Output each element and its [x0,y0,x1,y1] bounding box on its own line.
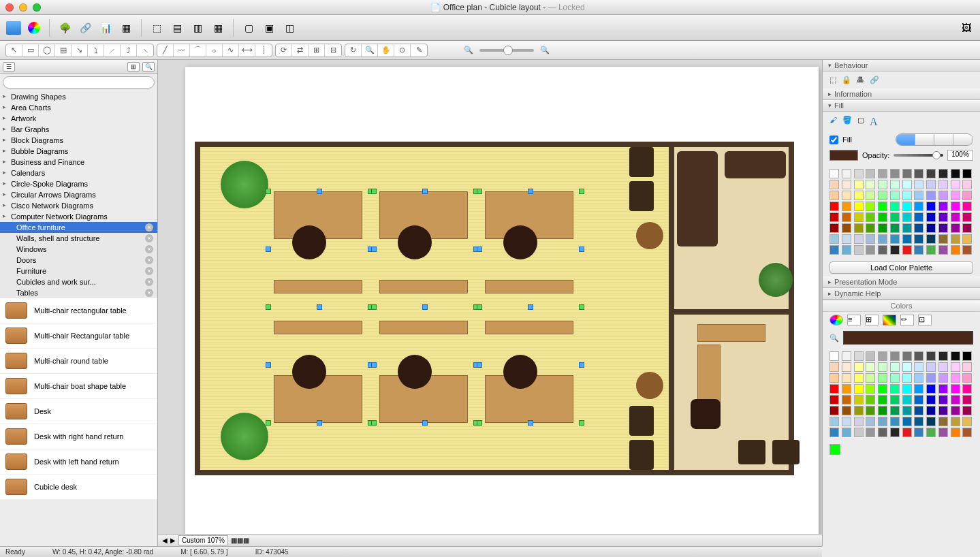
color-swatch[interactable] [854,428,864,437]
color-swatch[interactable] [866,395,875,404]
shadow-tab-icon[interactable]: ▢ [857,116,864,128]
dynamic-help-panel-header[interactable]: Dynamic Help [823,288,980,300]
close-icon[interactable]: × [145,278,153,286]
color-swatch[interactable] [866,169,875,178]
color-swatch[interactable] [842,406,851,415]
color-swatch[interactable] [854,223,864,233]
color-swatch[interactable] [951,191,960,200]
layer-tool-2-icon[interactable]: ▣ [261,20,277,36]
close-icon[interactable]: × [145,289,153,297]
color-swatch[interactable] [878,417,887,426]
library-category[interactable]: Bar Graphs [0,124,157,135]
library-subcategory[interactable]: Tables× [0,287,157,298]
color-swatch[interactable] [878,351,887,361]
color-swatch[interactable] [951,245,960,255]
color-swatch[interactable] [902,384,912,394]
color-swatch[interactable] [842,384,851,394]
line-tool[interactable]: ╱ [157,44,174,57]
color-swatch[interactable] [890,191,900,200]
color-swatch[interactable] [890,223,900,233]
plant-shape[interactable] [221,161,268,208]
eyedropper-tool[interactable]: ✎ [411,44,427,57]
color-swatch[interactable] [914,245,923,255]
color-swatch[interactable] [926,234,936,244]
color-swatch[interactable] [854,212,864,222]
library-subcategory[interactable]: Office furniture× [0,222,157,233]
page-thumbs-icon[interactable]: ▦▦▦ [231,537,249,544]
custom-picker-icon[interactable]: ⊡ [918,315,932,325]
layer-tool-3-icon[interactable]: ◫ [281,20,298,36]
guest-chair-shape[interactable] [772,440,800,464]
color-swatch[interactable] [878,373,887,383]
connector-3-tool[interactable]: ⟋ [104,44,121,57]
guide-tool[interactable]: ┊ [255,44,272,57]
connector-1-tool[interactable]: ↘ [72,44,88,57]
color-swatch[interactable] [890,180,900,189]
color-swatch[interactable] [938,180,948,189]
zoom-window-button[interactable] [33,3,41,12]
color-swatch[interactable] [842,180,851,189]
color-swatch[interactable] [938,245,948,255]
group-tool-icon[interactable]: ▦ [118,20,134,36]
library-subcategory[interactable]: Doors× [0,255,157,266]
color-swatch[interactable] [842,373,851,383]
color-swatch[interactable] [938,362,948,372]
color-swatch[interactable] [962,417,972,426]
load-palette-button[interactable]: Load Color Palette [829,261,973,274]
color-swatch[interactable] [926,428,936,437]
color-swatch[interactable] [842,212,851,222]
color-swatch[interactable] [842,191,851,200]
wheel-picker-icon[interactable] [829,315,843,325]
color-swatch[interactable] [938,428,948,437]
color-swatch[interactable] [938,234,948,244]
color-swatch[interactable] [914,384,923,394]
color-swatch[interactable] [962,169,972,178]
color-swatch[interactable] [854,406,864,415]
color-swatch[interactable] [829,180,839,189]
connector-2-tool[interactable]: ⤵ [88,44,104,57]
plant-shape[interactable] [759,263,793,297]
color-swatch[interactable] [914,202,923,211]
shape-item[interactable]: Multi-chair Rectangular table [0,323,157,349]
layer-tool-1-icon[interactable]: ▢ [240,20,257,36]
color-swatch[interactable] [890,169,900,178]
color-swatch[interactable] [962,180,972,189]
library-category[interactable]: Computer Network Diagrams [0,211,157,222]
minimize-window-button[interactable] [19,3,27,12]
color-swatch[interactable] [914,180,923,189]
color-swatch[interactable] [842,245,851,255]
close-icon[interactable]: × [145,234,153,242]
color-swatch[interactable] [842,417,851,426]
group-tool[interactable]: ⊞ [309,44,325,57]
color-swatch[interactable] [938,191,948,200]
information-panel-header[interactable]: Information [823,89,980,100]
color-swatch[interactable] [842,169,851,178]
library-category[interactable]: Business and Finance [0,157,157,168]
color-swatch[interactable] [878,428,887,437]
color-swatch[interactable] [866,362,875,372]
color-swatch[interactable] [962,191,972,200]
color-swatch[interactable] [866,245,875,255]
connector-5-tool[interactable]: ⟍ [137,44,153,57]
color-swatch[interactable] [878,180,887,189]
close-window-button[interactable] [5,3,14,12]
round-table-shape[interactable] [636,222,663,249]
color-swatch[interactable] [938,351,948,361]
color-swatch[interactable] [866,373,875,383]
color-swatch[interactable] [926,395,936,404]
color-swatch[interactable] [938,373,948,383]
cubicle-selected[interactable] [374,191,476,307]
color-swatch[interactable] [962,223,972,233]
color-swatch[interactable] [829,202,839,211]
color-swatch[interactable] [926,191,936,200]
color-swatch[interactable] [866,417,875,426]
fill-color-swatch[interactable] [829,150,858,161]
tree-tool-icon[interactable]: 🌳 [57,20,73,36]
image-fill-button[interactable] [953,134,973,145]
color-swatch[interactable] [926,180,936,189]
color-swatch[interactable] [878,395,887,404]
color-swatch[interactable] [914,406,923,415]
color-swatch[interactable] [962,428,972,437]
side-chair-shape[interactable] [629,406,654,436]
color-swatch[interactable] [842,234,851,244]
